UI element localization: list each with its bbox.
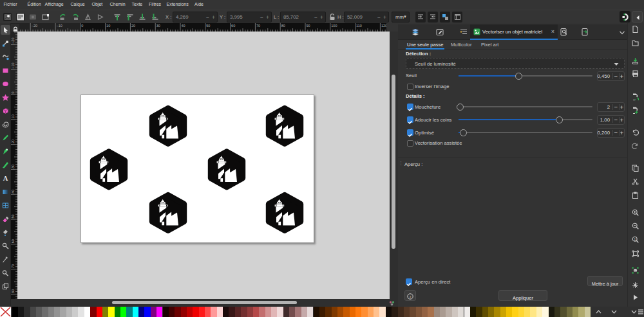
svg-text:40: 40 [11,190,15,194]
svg-text:50: 50 [206,24,210,28]
svg-text:−10: −10 [11,62,15,68]
svg-text:10: 10 [106,24,110,28]
svg-text:80: 80 [11,289,15,293]
svg-text:70: 70 [11,264,15,268]
svg-text:1: 1 [634,238,636,241]
svg-text:0: 0 [11,91,15,93]
svg-text:10: 10 [11,114,15,118]
svg-text:110: 110 [356,24,362,28]
svg-text:30: 30 [11,165,15,168]
svg-text:20: 20 [131,24,135,28]
svg-text:80: 80 [281,24,285,28]
svg-text:50: 50 [11,214,15,218]
svg-text:60: 60 [231,24,235,28]
svg-text:120: 120 [381,24,386,28]
svg-text:0: 0 [81,24,83,28]
svg-text:30: 30 [156,24,160,28]
svg-text:90: 90 [307,24,310,28]
svg-text:−20: −20 [32,24,37,28]
svg-text:−10: −10 [57,24,62,28]
svg-text:A: A [3,175,8,182]
svg-text:40: 40 [182,24,185,28]
svg-text:−20: −20 [11,38,15,44]
svg-text:i: i [410,294,411,300]
svg-text:20: 20 [11,140,15,143]
svg-text:100: 100 [331,24,337,28]
svg-text:60: 60 [11,239,15,243]
svg-text:70: 70 [256,24,260,28]
